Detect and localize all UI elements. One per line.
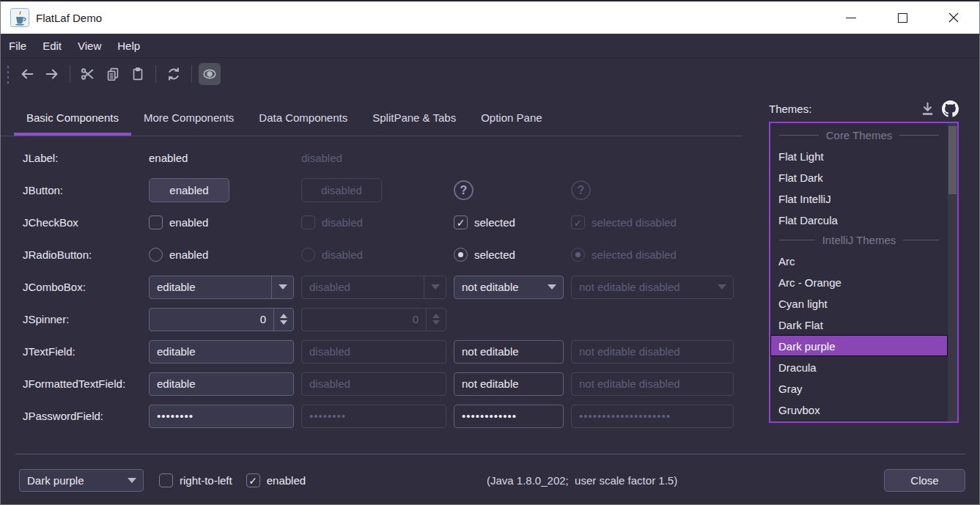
combobox-value: not editable disabled xyxy=(572,281,711,293)
row-label: JCheckBox xyxy=(23,216,149,229)
theme-item-flat-intellij[interactable]: Flat IntelliJ xyxy=(770,188,948,209)
refresh-button[interactable] xyxy=(163,63,185,85)
theme-item-gray[interactable]: Gray xyxy=(770,377,948,399)
combobox-editable[interactable]: editable xyxy=(149,276,294,299)
radio-label: selected xyxy=(474,248,515,261)
themes-scrollbar[interactable] xyxy=(948,123,957,421)
status-text: (Java 1.8.0_202; user scale factor 1.5) xyxy=(487,474,677,487)
back-button[interactable] xyxy=(16,63,38,85)
titlebar: FlatLaf Demo xyxy=(1,1,979,34)
bottom-separator xyxy=(15,454,965,454)
row-label: JRadioButton: xyxy=(23,248,149,261)
theme-item-dark-purple[interactable]: Dark purple xyxy=(770,335,948,356)
radio-label: selected disabled xyxy=(592,248,677,261)
download-icon[interactable] xyxy=(920,101,935,117)
theme-item-arc-orange[interactable]: Arc - Orange xyxy=(770,271,948,292)
label-disabled: disabled xyxy=(301,152,342,164)
formattedtextfield-editable[interactable]: editable xyxy=(149,372,294,396)
combobox-arrow[interactable] xyxy=(121,470,143,491)
tab-data-components[interactable]: Data Components xyxy=(246,100,360,136)
menu-file[interactable]: File xyxy=(1,34,34,58)
passwordfield-not-editable-disabled: •••••••••••••••••••• xyxy=(571,405,734,428)
radio-selected-disabled xyxy=(571,248,585,262)
spinner-disabled: 0 xyxy=(301,308,446,331)
toolbar-grip[interactable] xyxy=(6,64,10,84)
textfield-editable[interactable]: editable xyxy=(149,340,294,364)
help-button-disabled: ? xyxy=(571,180,591,200)
combobox-arrow xyxy=(711,276,733,298)
radio-enabled[interactable] xyxy=(149,248,163,262)
tab-more-components[interactable]: More Components xyxy=(131,100,246,136)
combobox-not-editable[interactable]: not editable xyxy=(454,276,564,299)
cut-button[interactable] xyxy=(77,63,99,85)
radio-disabled xyxy=(301,248,315,262)
combobox-disabled: disabled xyxy=(301,276,446,299)
forward-button[interactable] xyxy=(41,63,63,85)
theme-selector-combobox[interactable]: Dark purple xyxy=(19,469,144,492)
tabbar: Basic Components More Components Data Co… xyxy=(1,90,743,136)
tab-option-pane[interactable]: Option Pane xyxy=(468,100,554,136)
textfield-disabled: disabled xyxy=(301,340,446,364)
menu-view[interactable]: View xyxy=(70,34,109,58)
tab-splitpane-tabs[interactable]: SplitPane & Tabs xyxy=(360,100,468,136)
menu-help[interactable]: Help xyxy=(109,34,148,58)
row-label: JTextField: xyxy=(23,345,149,358)
theme-item-flat-light[interactable]: Flat Light xyxy=(770,145,948,166)
textfield-not-editable-disabled: not editable disabled xyxy=(571,340,734,364)
checkbox-box[interactable]: ✓ xyxy=(159,473,173,487)
theme-group-separator: IntelliJ Themes xyxy=(770,230,948,250)
passwordfield-editable[interactable]: •••••••• xyxy=(149,405,294,428)
enabled-checkbox[interactable]: ✓ enabled xyxy=(246,473,306,487)
copy-icon xyxy=(105,66,121,82)
close-window-button[interactable] xyxy=(928,1,979,34)
checkbox-enabled[interactable]: ✓ xyxy=(149,215,163,229)
java-app-icon xyxy=(10,8,29,27)
maximize-button[interactable] xyxy=(877,1,928,34)
menu-edit[interactable]: Edit xyxy=(34,34,70,58)
theme-item-arc[interactable]: Arc xyxy=(770,250,948,271)
formattedtextfield-not-editable-disabled: not editable disabled xyxy=(571,372,734,396)
paste-button[interactable] xyxy=(127,63,149,85)
copy-button[interactable] xyxy=(102,63,124,85)
passwordfield-not-editable[interactable]: •••••••••••• xyxy=(454,405,564,428)
minimize-button[interactable] xyxy=(825,1,877,34)
theme-item-gruvbox[interactable]: Gruvbox xyxy=(770,399,948,420)
back-arrow-icon xyxy=(19,66,35,82)
right-to-left-checkbox[interactable]: ✓ right-to-left xyxy=(159,473,232,487)
themes-title: Themes: xyxy=(769,103,811,115)
formattedtextfield-not-editable[interactable]: not editable xyxy=(454,372,564,396)
scrollbar-thumb[interactable] xyxy=(948,126,957,194)
show-details-toggle-button[interactable] xyxy=(199,63,221,85)
formattedtextfield-disabled: disabled xyxy=(301,372,446,396)
menubar: File Edit View Help xyxy=(1,34,979,58)
checkbox-box[interactable]: ✓ xyxy=(246,473,260,487)
toolbar-separator xyxy=(191,65,192,83)
help-button[interactable]: ? xyxy=(454,180,474,200)
tab-basic-components[interactable]: Basic Components xyxy=(14,100,131,136)
theme-item-flat-darcula[interactable]: Flat Darcula xyxy=(770,209,948,230)
radio-label: disabled xyxy=(322,248,363,261)
themes-list: Core Themes Flat Light Flat Dark Flat In… xyxy=(769,122,959,423)
toolbar-separator xyxy=(155,65,156,83)
main-content: Basic Components More Components Data Co… xyxy=(1,90,979,455)
combobox-value: not editable xyxy=(454,281,541,293)
theme-item-dark-flat[interactable]: Dark Flat xyxy=(770,314,948,335)
enabled-button[interactable]: enabled xyxy=(149,178,229,202)
checkbox-selected[interactable]: ✓ xyxy=(454,215,468,229)
combobox-arrow[interactable] xyxy=(541,276,563,298)
radio-selected[interactable] xyxy=(454,248,468,262)
spinner-enabled[interactable]: 0 xyxy=(149,308,294,331)
theme-item-flat-dark[interactable]: Flat Dark xyxy=(770,166,948,188)
github-icon[interactable] xyxy=(942,100,959,117)
theme-selector-value: Dark purple xyxy=(20,474,121,487)
forward-arrow-icon xyxy=(44,66,60,82)
themes-header: Themes: xyxy=(769,97,959,119)
close-button[interactable]: Close xyxy=(884,469,965,492)
toolbar-separator xyxy=(70,65,70,83)
checkbox-label: enabled xyxy=(169,216,208,229)
theme-item-cyan-light[interactable]: Cyan light xyxy=(770,292,948,314)
spinner-arrows[interactable] xyxy=(273,309,293,331)
combobox-arrow[interactable] xyxy=(271,276,293,298)
theme-item-dracula[interactable]: Dracula xyxy=(770,356,948,377)
textfield-not-editable[interactable]: not editable xyxy=(454,340,564,364)
